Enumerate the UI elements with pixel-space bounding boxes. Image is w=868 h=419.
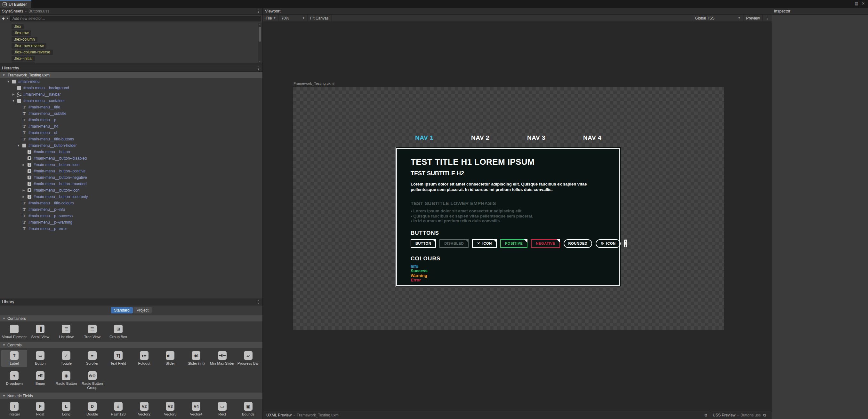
hierarchy-item[interactable]: #main-menu__background <box>0 85 262 91</box>
stylesheet-selector-chip[interactable]: .flex <box>11 24 24 29</box>
stylesheet-selector-chip[interactable]: .flex--row-reverse <box>11 43 46 49</box>
library-item[interactable]: V3 Vector3 <box>157 401 183 418</box>
doc-button[interactable]: ! <box>624 239 627 247</box>
hierarchy-item[interactable]: #main-menu__container <box>0 98 262 104</box>
doc-nav-item[interactable]: NAV 3 <box>508 134 564 141</box>
library-item[interactable]: # Hash128 <box>105 401 131 418</box>
open-uxml-external-icon[interactable]: ⧉ <box>702 413 710 417</box>
theme-dropdown[interactable]: Global TSS▼ <box>692 15 743 22</box>
library-item[interactable]: ⊙⊙ Radio Button Group <box>80 370 105 391</box>
library-item[interactable]: ▸≡ Foldout <box>131 350 157 367</box>
doc-main-panel[interactable]: TEST TITLE H1 LOREM IPSUM TEST SUBTITLE … <box>396 148 620 286</box>
hierarchy-item[interactable]: #main-menu__h4 <box>0 123 262 130</box>
doc-nav-item[interactable]: NAV 1 <box>396 134 452 141</box>
stylesheet-selector-chip[interactable] <box>11 62 35 63</box>
stylesheet-selector-chip[interactable]: .flex-row <box>11 30 31 36</box>
library-item[interactable]: ☰ Tree View <box>80 323 105 340</box>
library-item[interactable]: ▣ Bounds <box>235 401 261 418</box>
library-item[interactable]: Visual Element <box>1 323 27 340</box>
library-tab[interactable]: Project <box>133 307 152 314</box>
hierarchy-item[interactable]: #main-menu__button--negative <box>0 174 262 181</box>
library-item[interactable]: ▭ Button <box>27 350 53 367</box>
section-containers-header[interactable]: Containers <box>0 315 262 321</box>
library-tab[interactable]: Standard <box>111 307 133 314</box>
library-item[interactable]: ▐ Scroll View <box>27 323 53 340</box>
hierarchy-root-row[interactable]: ▼ Framework_Testing.uxml <box>0 72 262 78</box>
add-selector-input[interactable] <box>10 16 261 22</box>
library-item[interactable]: ✓ Toggle <box>53 350 79 367</box>
uss-preview-label[interactable]: USS Preview <box>713 413 736 417</box>
library-item[interactable]: V4 Vector4 <box>183 401 209 418</box>
stylesheets-scrollbar[interactable]: ▲ ▼ <box>258 23 262 63</box>
expand-arrow-icon[interactable] <box>22 195 26 198</box>
window-close-icon[interactable]: ✕ <box>862 1 865 6</box>
doc-nav-item[interactable]: NAV 4 <box>564 134 620 141</box>
hierarchy-item[interactable]: #main-menu__navbar <box>0 91 262 98</box>
doc-colour-label[interactable]: Warning <box>411 273 606 278</box>
doc-button[interactable]: DISABLED <box>439 239 469 248</box>
canvas[interactable]: NAV 1 NAV 2 NAV 3 NAV 4 <box>293 87 724 330</box>
stylesheets-menu-icon[interactable]: ⋮ <box>257 9 260 13</box>
section-numeric-fields-header[interactable]: Numeric Fields <box>0 392 262 399</box>
scroll-down-icon[interactable]: ▼ <box>258 60 261 62</box>
canvas-document-label[interactable]: Framework_Testing.uxml <box>293 82 335 86</box>
hierarchy-item[interactable]: #main-menu__button--rounded <box>0 181 262 187</box>
window-menu-icon[interactable]: ▤ <box>855 1 859 6</box>
open-uss-external-icon[interactable]: ⧉ <box>761 413 769 417</box>
hierarchy-item[interactable]: #main-menu__title-buttons <box>0 136 262 142</box>
hierarchy-item[interactable]: #main-menu__p--error <box>0 225 262 232</box>
expand-arrow-icon[interactable] <box>11 99 16 102</box>
hierarchy-item[interactable]: #main-menu <box>0 78 262 85</box>
expand-arrow-icon[interactable]: ▼ <box>2 73 6 77</box>
fit-canvas-button[interactable]: Fit Canvas <box>308 15 331 22</box>
file-menu-button[interactable]: File▼ <box>263 15 279 22</box>
hierarchy-item[interactable]: #main-menu__subtitle <box>0 110 262 117</box>
expand-arrow-icon[interactable] <box>17 144 21 147</box>
hierarchy-item[interactable]: #main-menu__button--icon-only <box>0 194 262 200</box>
foldout-arrow-icon[interactable] <box>3 394 5 397</box>
doc-button[interactable]: ⚙ ICON <box>596 239 620 248</box>
library-item[interactable]: ☰ List View <box>53 323 79 340</box>
hierarchy-item[interactable]: #main-menu__ul <box>0 130 262 136</box>
hierarchy-item[interactable]: #main-menu__button--icon <box>0 187 262 194</box>
hierarchy-item[interactable]: #main-menu__button-holder <box>0 142 262 149</box>
library-item[interactable]: F Float <box>27 401 53 418</box>
viewport-menu-icon[interactable]: ⋮ <box>763 16 772 21</box>
expand-arrow-icon[interactable] <box>22 163 26 166</box>
library-menu-icon[interactable]: ⋮ <box>257 300 260 304</box>
doc-button[interactable]: NEGATIVE <box>531 239 560 248</box>
library-item[interactable]: ▾E Enum <box>27 370 53 391</box>
library-item[interactable]: V2 Vector2 <box>131 401 157 418</box>
doc-nav-item[interactable]: NAV 2 <box>452 134 508 141</box>
library-item[interactable]: ◆— Slider <box>157 350 183 367</box>
library-item[interactable]: T Label <box>1 350 27 367</box>
expand-arrow-icon[interactable] <box>22 189 26 192</box>
preview-toggle-button[interactable]: Preview <box>743 15 763 22</box>
hierarchy-item[interactable]: #main-menu__button--disabled <box>0 155 262 162</box>
doc-button[interactable]: ROUNDED <box>564 239 592 248</box>
doc-colour-label[interactable]: Error <box>411 278 606 283</box>
expand-arrow-icon[interactable] <box>6 80 10 83</box>
doc-button[interactable]: POSITIVE <box>500 239 528 248</box>
add-selector-button[interactable]: + <box>1 16 5 21</box>
hierarchy-item[interactable]: #main-menu__button--positive <box>0 168 262 174</box>
section-controls-header[interactable]: Controls <box>0 342 262 348</box>
hierarchy-item[interactable]: #main-menu__button <box>0 149 262 155</box>
stylesheet-selector-chip[interactable]: .flex--column-reverse <box>11 50 53 55</box>
add-selector-dropdown-icon[interactable]: ▼ <box>6 17 9 20</box>
doc-button[interactable]: ✕ ICON <box>472 239 497 248</box>
library-item[interactable]: ▭ Rect <box>209 401 235 418</box>
library-item[interactable]: L Long <box>53 401 79 418</box>
stylesheet-selector-chip[interactable]: .flex-column <box>11 37 37 42</box>
hierarchy-menu-icon[interactable]: ⋮ <box>257 66 260 70</box>
hierarchy-item[interactable]: #main-menu__p--warning <box>0 219 262 225</box>
hierarchy-item[interactable]: #main-menu__title-colours <box>0 200 262 206</box>
hierarchy-item[interactable]: #main-menu__button--icon <box>0 162 262 168</box>
foldout-arrow-icon[interactable] <box>3 317 5 320</box>
doc-colour-label[interactable]: Success <box>411 269 606 273</box>
hierarchy-item[interactable]: #main-menu__title <box>0 104 262 110</box>
library-item[interactable]: ⊞ Group Box <box>105 323 131 340</box>
library-item[interactable]: T| Text Field <box>105 350 131 367</box>
library-item[interactable]: D Double <box>80 401 105 418</box>
scrollbar-thumb[interactable] <box>258 27 261 41</box>
